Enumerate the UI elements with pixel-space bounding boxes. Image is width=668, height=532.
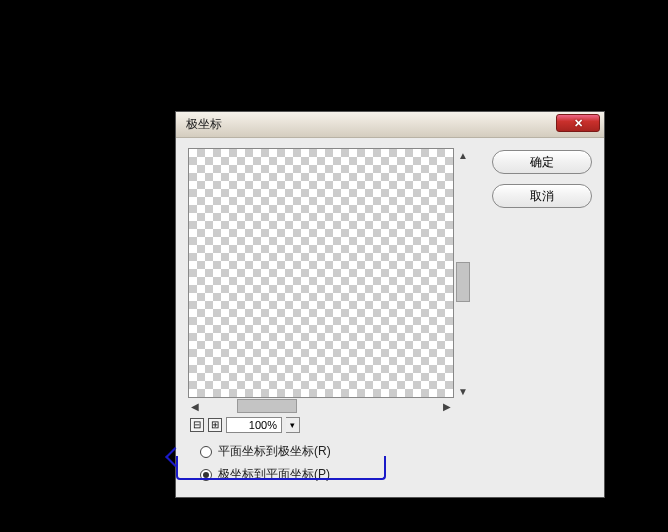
radio-polar-to-rect[interactable] <box>200 469 212 481</box>
hscroll-track[interactable] <box>202 399 440 413</box>
dialog-body: ▲ ▼ ◀ ▶ ⊟ ⊞ ▾ <box>176 138 604 489</box>
horizontal-scrollbar[interactable]: ◀ ▶ <box>188 399 454 413</box>
vertical-scrollbar[interactable]: ▲ ▼ <box>456 148 470 398</box>
zoom-dropdown-button[interactable]: ▾ <box>286 417 300 433</box>
vscroll-thumb[interactable] <box>456 262 470 302</box>
preview-area: ▲ ▼ ◀ ▶ <box>188 148 470 413</box>
radio-label: 极坐标到平面坐标(P) <box>218 466 330 483</box>
option-polar-to-rect[interactable]: 极坐标到平面坐标(P) <box>200 466 478 483</box>
hscroll-thumb[interactable] <box>237 399 297 413</box>
zoom-in-button[interactable]: ⊞ <box>208 418 222 432</box>
chevron-down-icon: ▾ <box>290 420 295 430</box>
zoom-input[interactable] <box>226 417 282 433</box>
conversion-options: 平面坐标到极坐标(R) 极坐标到平面坐标(P) <box>188 443 478 483</box>
zoom-out-button[interactable]: ⊟ <box>190 418 204 432</box>
left-column: ▲ ▼ ◀ ▶ ⊟ ⊞ ▾ <box>188 148 478 483</box>
dialog-title: 极坐标 <box>186 116 222 133</box>
ok-button[interactable]: 确定 <box>492 150 592 174</box>
scroll-right-icon[interactable]: ▶ <box>440 399 454 413</box>
close-button[interactable]: ✕ <box>556 114 600 132</box>
radio-label: 平面坐标到极坐标(R) <box>218 443 331 460</box>
scroll-left-icon[interactable]: ◀ <box>188 399 202 413</box>
titlebar[interactable]: 极坐标 ✕ <box>176 112 604 138</box>
radio-rect-to-polar[interactable] <box>200 446 212 458</box>
close-icon: ✕ <box>574 117 583 130</box>
vscroll-track[interactable] <box>456 162 470 384</box>
option-rect-to-polar[interactable]: 平面坐标到极坐标(R) <box>200 443 478 460</box>
scroll-up-icon[interactable]: ▲ <box>456 148 470 162</box>
polar-coordinates-dialog: 极坐标 ✕ ▲ ▼ ◀ ▶ <box>175 111 605 498</box>
cancel-button[interactable]: 取消 <box>492 184 592 208</box>
right-column: 确定 取消 <box>492 148 592 483</box>
preview-canvas[interactable] <box>188 148 454 398</box>
zoom-controls: ⊟ ⊞ ▾ <box>188 417 478 433</box>
scroll-down-icon[interactable]: ▼ <box>456 384 470 398</box>
